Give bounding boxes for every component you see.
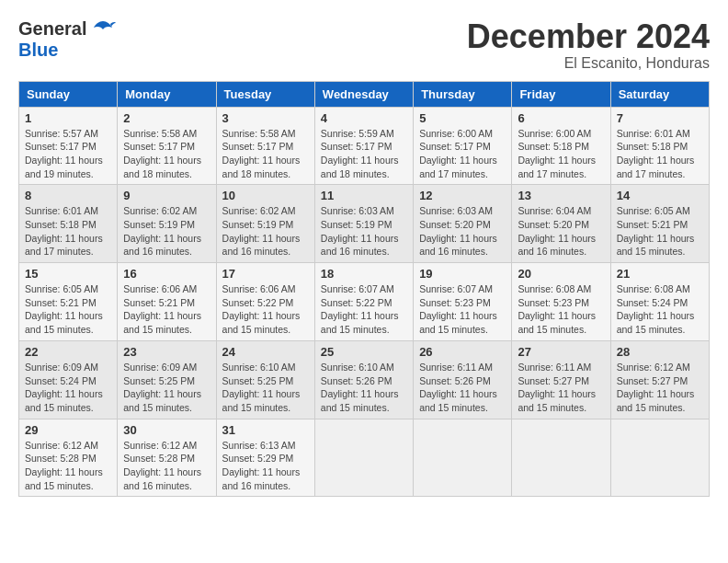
calendar-cell [314,419,413,497]
calendar-day-header: Tuesday [216,81,314,107]
day-info: Sunrise: 6:12 AM Sunset: 5:27 PM Dayligh… [617,361,703,415]
calendar-cell: 8 Sunrise: 6:01 AM Sunset: 5:18 PM Dayli… [19,185,118,263]
day-info: Sunrise: 6:00 AM Sunset: 5:18 PM Dayligh… [518,127,604,181]
day-info: Sunrise: 6:00 AM Sunset: 5:17 PM Dayligh… [419,127,506,181]
day-number: 12 [419,189,506,202]
day-number: 20 [518,267,604,281]
calendar-cell: 23 Sunrise: 6:09 AM Sunset: 5:25 PM Dayl… [118,340,216,419]
day-number: 30 [123,423,210,437]
day-number: 27 [518,345,604,359]
day-info: Sunrise: 6:10 AM Sunset: 5:26 PM Dayligh… [321,361,407,415]
day-info: Sunrise: 6:05 AM Sunset: 5:21 PM Dayligh… [617,204,703,259]
day-info: Sunrise: 6:08 AM Sunset: 5:23 PM Dayligh… [518,282,604,337]
calendar-cell [610,419,709,497]
calendar-header-row: SundayMondayTuesdayWednesdayThursdayFrid… [19,81,710,107]
day-number: 4 [321,111,407,125]
day-number: 15 [25,267,111,281]
calendar-cell: 11 Sunrise: 6:03 AM Sunset: 5:19 PM Dayl… [314,185,413,263]
calendar-cell: 9 Sunrise: 6:02 AM Sunset: 5:19 PM Dayli… [118,185,216,263]
calendar-cell: 18 Sunrise: 6:07 AM Sunset: 5:22 PM Dayl… [314,263,413,341]
day-info: Sunrise: 6:05 AM Sunset: 5:21 PM Dayligh… [25,282,111,337]
day-info: Sunrise: 6:04 AM Sunset: 5:20 PM Dayligh… [518,204,604,259]
day-info: Sunrise: 6:03 AM Sunset: 5:19 PM Dayligh… [321,204,407,259]
day-info: Sunrise: 6:07 AM Sunset: 5:22 PM Dayligh… [321,282,407,337]
day-info: Sunrise: 5:58 AM Sunset: 5:17 PM Dayligh… [123,127,210,181]
day-info: Sunrise: 6:11 AM Sunset: 5:26 PM Dayligh… [419,361,506,415]
calendar-cell: 1 Sunrise: 5:57 AM Sunset: 5:17 PM Dayli… [19,107,118,185]
calendar-cell: 4 Sunrise: 5:59 AM Sunset: 5:17 PM Dayli… [314,107,413,185]
day-info: Sunrise: 6:09 AM Sunset: 5:25 PM Dayligh… [123,361,210,415]
day-number: 28 [617,345,703,359]
day-info: Sunrise: 6:02 AM Sunset: 5:19 PM Dayligh… [222,204,309,259]
day-info: Sunrise: 6:12 AM Sunset: 5:28 PM Dayligh… [25,439,111,493]
day-info: Sunrise: 6:13 AM Sunset: 5:29 PM Dayligh… [222,439,309,493]
calendar-cell [512,419,610,497]
calendar-cell: 17 Sunrise: 6:06 AM Sunset: 5:22 PM Dayl… [216,263,314,341]
day-number: 8 [25,189,111,202]
calendar-cell: 25 Sunrise: 6:10 AM Sunset: 5:26 PM Dayl… [314,340,413,419]
calendar-cell: 2 Sunrise: 5:58 AM Sunset: 5:17 PM Dayli… [118,107,216,185]
day-info: Sunrise: 5:57 AM Sunset: 5:17 PM Dayligh… [25,127,111,181]
day-info: Sunrise: 6:11 AM Sunset: 5:27 PM Dayligh… [518,361,604,415]
calendar-cell: 30 Sunrise: 6:12 AM Sunset: 5:28 PM Dayl… [118,419,216,497]
calendar-cell: 22 Sunrise: 6:09 AM Sunset: 5:24 PM Dayl… [19,340,118,419]
day-number: 11 [321,189,407,202]
day-info: Sunrise: 6:01 AM Sunset: 5:18 PM Dayligh… [617,127,703,181]
calendar-day-header: Friday [512,81,610,107]
logo-blue-text: Blue [18,40,58,61]
calendar-cell: 28 Sunrise: 6:12 AM Sunset: 5:27 PM Dayl… [610,340,709,419]
calendar-week-row: 15 Sunrise: 6:05 AM Sunset: 5:21 PM Dayl… [19,263,710,341]
logo-general-text: General [18,18,86,40]
calendar-cell: 29 Sunrise: 6:12 AM Sunset: 5:28 PM Dayl… [19,419,118,497]
day-number: 24 [222,345,309,359]
day-info: Sunrise: 6:07 AM Sunset: 5:23 PM Dayligh… [419,282,506,337]
calendar-day-header: Monday [118,81,216,107]
calendar-week-row: 29 Sunrise: 6:12 AM Sunset: 5:28 PM Dayl… [19,419,710,497]
day-number: 3 [222,111,309,125]
day-number: 13 [518,189,604,202]
day-info: Sunrise: 6:01 AM Sunset: 5:18 PM Dayligh… [25,204,111,259]
day-number: 17 [222,267,309,281]
calendar-cell: 20 Sunrise: 6:08 AM Sunset: 5:23 PM Dayl… [512,263,610,341]
day-number: 9 [123,189,210,202]
logo-bird-icon [90,19,116,40]
day-number: 7 [617,111,703,125]
day-number: 10 [222,189,309,202]
calendar-day-header: Saturday [610,81,709,107]
calendar-cell [414,419,512,497]
calendar-cell: 15 Sunrise: 6:05 AM Sunset: 5:21 PM Dayl… [19,263,118,341]
calendar-cell: 3 Sunrise: 5:58 AM Sunset: 5:17 PM Dayli… [216,107,314,185]
day-number: 1 [25,111,111,125]
day-info: Sunrise: 6:02 AM Sunset: 5:19 PM Dayligh… [123,204,210,259]
day-info: Sunrise: 6:06 AM Sunset: 5:21 PM Dayligh… [123,282,210,337]
day-number: 16 [123,267,210,281]
calendar-cell: 6 Sunrise: 6:00 AM Sunset: 5:18 PM Dayli… [512,107,610,185]
page-header: General Blue December 2024 El Escanito, … [18,18,710,72]
calendar-day-header: Sunday [19,81,118,107]
calendar-cell: 24 Sunrise: 6:10 AM Sunset: 5:25 PM Dayl… [216,340,314,419]
calendar-cell: 26 Sunrise: 6:11 AM Sunset: 5:26 PM Dayl… [414,340,512,419]
day-info: Sunrise: 6:06 AM Sunset: 5:22 PM Dayligh… [222,282,309,337]
calendar-cell: 7 Sunrise: 6:01 AM Sunset: 5:18 PM Dayli… [610,107,709,185]
day-number: 19 [419,267,506,281]
day-number: 29 [25,423,111,437]
calendar-cell: 5 Sunrise: 6:00 AM Sunset: 5:17 PM Dayli… [414,107,512,185]
day-info: Sunrise: 6:03 AM Sunset: 5:20 PM Dayligh… [419,204,506,259]
calendar-day-header: Wednesday [314,81,413,107]
day-number: 14 [617,189,703,202]
calendar-cell: 14 Sunrise: 6:05 AM Sunset: 5:21 PM Dayl… [610,185,709,263]
calendar-day-header: Thursday [414,81,512,107]
logo: General Blue [18,18,116,61]
day-number: 26 [419,345,506,359]
day-info: Sunrise: 5:58 AM Sunset: 5:17 PM Dayligh… [222,127,309,181]
calendar-cell: 13 Sunrise: 6:04 AM Sunset: 5:20 PM Dayl… [512,185,610,263]
title-block: December 2024 El Escanito, Honduras [467,18,710,72]
day-number: 6 [518,111,604,125]
day-info: Sunrise: 5:59 AM Sunset: 5:17 PM Dayligh… [321,127,407,181]
day-number: 22 [25,345,111,359]
day-number: 23 [123,345,210,359]
calendar-cell: 19 Sunrise: 6:07 AM Sunset: 5:23 PM Dayl… [414,263,512,341]
calendar-week-row: 22 Sunrise: 6:09 AM Sunset: 5:24 PM Dayl… [19,340,710,419]
day-number: 31 [222,423,309,437]
calendar-cell: 31 Sunrise: 6:13 AM Sunset: 5:29 PM Dayl… [216,419,314,497]
